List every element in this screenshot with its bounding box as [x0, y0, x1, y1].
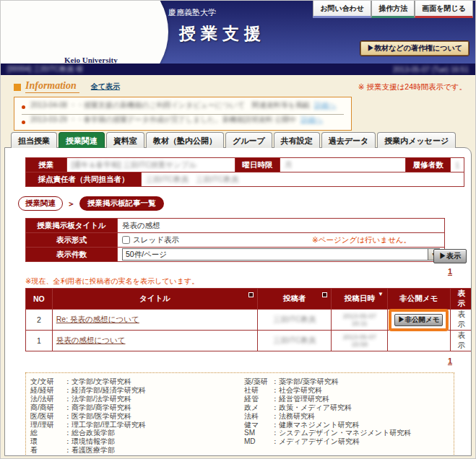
info-item: 2013-04-08 ・・授業支援の新機能のご利用インタビューについて 関連資料… [22, 100, 344, 115]
show-all-link[interactable]: 全て表示 [91, 82, 120, 92]
post-view[interactable]: 表示 [450, 310, 472, 331]
contact-button[interactable]: お問い合わせ [313, 1, 371, 18]
tab-class-related[interactable]: 授業関連 [59, 132, 105, 148]
keio-logo [1, 1, 168, 64]
tab-group[interactable]: グループ [225, 132, 272, 148]
bullet-icon [22, 121, 25, 124]
grader-value: 三田ITC教員 三田ITC教員 [142, 172, 464, 187]
per-page-select[interactable]: 50件/ページ ▼ [122, 248, 440, 261]
thread-view-checkbox[interactable] [122, 236, 130, 244]
post-view[interactable]: 表示 [450, 331, 472, 351]
post-no: 1 [26, 331, 53, 351]
board-title-value: 発表の感想 [118, 219, 445, 233]
col-view: 表示 [450, 289, 472, 310]
class-support-page: Keio University 1858 CALAMVS GLADIO FORT… [0, 0, 476, 459]
sort-icon[interactable] [248, 292, 254, 297]
highlight-annotation: ▶非公開メモ [389, 309, 449, 331]
post-title-link[interactable]: Re: 発表の感想について [56, 315, 139, 323]
top-nav: お問い合わせ 操作方法 画面を閉じる [313, 1, 473, 18]
information-square-icon [14, 84, 21, 91]
user-bar: [99994] 三田ITC教員 様 2013-05-07 (Tue) 16:51 [1, 64, 475, 75]
private-memo-button[interactable]: ▶非公開メモ [394, 314, 443, 326]
tab-class-messages[interactable]: 授業内メッセージ [377, 132, 456, 148]
col-no: NO [26, 289, 53, 310]
col-title[interactable]: タイトル [52, 289, 257, 310]
post-row: 2 Re: 発表の感想について 三田ITC教員 2013-05-07 16:11… [26, 310, 472, 331]
board-settings: 授業掲示板タイトル 発表の感想 表示形式 スレッド表示 ※ページングは行いません… [25, 218, 465, 262]
sort-icon[interactable] [322, 292, 327, 297]
information-section: Information 全て表示 ※ 授業支援は24時間表示です。 2013-0… [1, 75, 475, 131]
breadcrumb-board-list: 授業掲示板記事一覧 [79, 196, 164, 211]
col-datetime[interactable]: 投稿日時▼ [332, 289, 388, 310]
class-value: [通年＆春学期] 三田ITC授業サンプル [66, 158, 235, 172]
posts-header-row: NO タイトル 投稿者 投稿日時▼ 非公開メモ 表示 [26, 289, 472, 310]
logged-in-user: [99994] 三田ITC教員 様 [7, 64, 83, 74]
display-format-label: 表示形式 [26, 233, 118, 248]
post-poster: 三田ITC教員 [258, 331, 332, 351]
col-poster[interactable]: 投稿者 [258, 289, 332, 310]
current-datetime: 2013-05-07 (Tue) 16:51 [393, 66, 469, 74]
breadcrumb-class-related[interactable]: 授業関連 [18, 196, 63, 211]
glossary-right-column: 薬/薬研：薬学部/薬学研究科 社研：社会学研究科 経管：経営管理研究科 政メ：政… [244, 377, 411, 455]
post-memo-cell: ▶非公開メモ [388, 310, 450, 331]
class-info-table: 授業 [通年＆春学期] 三田ITC授業サンプル 曜日時限 月 履修者数 1 [25, 157, 464, 172]
page-1-link[interactable]: 1 [448, 357, 452, 365]
post-title-cell: Re: 発表の感想について [52, 310, 257, 331]
info-item-text: 2013-03-29 ・・春学期の授業データ作成が完了しました。新機能説明資料 … [30, 115, 297, 125]
students-label: 履修者数 [406, 158, 451, 172]
information-box: 2013-04-08 ・・授業支援の新機能のご利用インタビューについて 関連資料… [14, 97, 352, 131]
app-header: Keio University 1858 CALAMVS GLADIO FORT… [1, 1, 475, 64]
day-period-label: 曜日時限 [235, 158, 280, 172]
content-panel: 授業 [通年＆春学期] 三田ITC授業サンプル 曜日時限 月 履修者数 1 採点… [4, 147, 472, 456]
hours-note: ※ 授業支援は24時間表示です。 [358, 82, 467, 92]
grader-label: 採点責任者（共同担当者） [26, 172, 142, 187]
post-memo-cell [388, 331, 450, 351]
paging-note: ※ページングは行いません。 [312, 235, 411, 245]
class-label: 授業 [26, 158, 67, 172]
post-title-link[interactable]: 発表の感想について [56, 336, 126, 344]
pagination-top: 1 [25, 267, 465, 276]
info-item: 2013-03-29 ・・春学期の授業データ作成が完了しました。新機能説明資料 … [22, 115, 344, 129]
thread-view-label: スレッド表示 [133, 235, 179, 245]
real-name-note: ※現在、全利用者に投稿者の実名を表示しています。 [25, 276, 465, 287]
tab-past-data[interactable]: 過去データ [321, 132, 376, 148]
tab-materials[interactable]: 教材（塾内公開） [146, 132, 224, 148]
university-name: 慶應義塾大学 [168, 7, 216, 18]
board-title-label: 授業掲示板タイトル [26, 219, 118, 233]
breadcrumb-separator: ＞ [67, 198, 75, 209]
bullet-icon [22, 105, 25, 109]
grader-table: 採点責任者（共同担当者） 三田ITC教員 三田ITC教員 [25, 172, 464, 187]
post-datetime: 2013-05-07 16:11 [332, 310, 388, 331]
info-item-link[interactable]: 詳細へ [301, 115, 323, 125]
post-title-cell: 発表の感想について [52, 331, 257, 351]
day-period-value: 月 [280, 158, 406, 172]
main-tab-bar: 担当授業 授業関連 資料室 教材（塾内公開） グループ 共有設定 過去データ 授… [11, 132, 475, 148]
breadcrumb: 授業関連 ＞ 授業掲示板記事一覧 [18, 196, 465, 211]
tab-document-room[interactable]: 資料室 [106, 132, 144, 148]
students-value: 1 [451, 158, 464, 172]
page-1-link[interactable]: 1 [448, 267, 452, 276]
show-button[interactable]: ▶表示 [433, 249, 467, 263]
pagination-bottom: 1 [25, 357, 465, 365]
info-item-text: 2013-04-08 ・・授業支援の新機能のご利用インタビューについて 関連資料… [30, 100, 310, 110]
per-page-selected-value: 50件/ページ [123, 250, 428, 260]
help-button[interactable]: 操作方法 [371, 1, 415, 18]
information-title: Information [25, 80, 79, 93]
faculty-glossary: 文/文研：文学部/文学研究科 経/経研：経済学部/経済学研究科 法/法研：法学部… [25, 372, 454, 456]
copyright-button[interactable]: ▶教材などの著作権について [360, 40, 469, 56]
info-item-link[interactable]: 詳細へ [314, 100, 336, 110]
tab-share-settings[interactable]: 共有設定 [274, 132, 320, 148]
display-format-value: スレッド表示 ※ページングは行いません。 [118, 233, 445, 248]
close-screen-button[interactable]: 画面を閉じる [415, 1, 473, 18]
post-no: 2 [26, 310, 53, 331]
post-row: 1 発表の感想について 三田ITC教員 2013-05-07 15:58 表示 [26, 331, 472, 351]
app-title: 授業支援 [179, 22, 266, 45]
sort-desc-icon[interactable]: ▼ [378, 291, 384, 297]
col-memo: 非公開メモ [388, 289, 450, 310]
display-count-cell: 50件/ページ ▼ [118, 248, 445, 262]
posts-table: NO タイトル 投稿者 投稿日時▼ 非公開メモ 表示 2 Re: 発表の感想につ… [25, 288, 472, 351]
tab-assigned-classes[interactable]: 担当授業 [11, 132, 57, 148]
glossary-left-column: 文/文研：文学部/文学研究科 経/経研：経済学部/経済学研究科 法/法研：法学部… [30, 377, 244, 455]
post-poster: 三田ITC教員 [258, 310, 332, 331]
post-datetime: 2013-05-07 15:58 [332, 331, 388, 351]
